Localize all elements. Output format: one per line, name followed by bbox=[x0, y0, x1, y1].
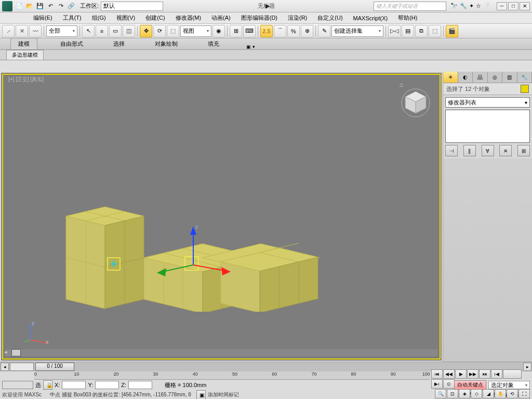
remove-modifier-icon[interactable]: ✕ bbox=[499, 145, 512, 156]
angle-snap-icon[interactable]: ⌒ bbox=[274, 25, 286, 37]
goto-start-icon[interactable]: ⏮ bbox=[431, 369, 443, 379]
menu-help[interactable]: 帮助(H) bbox=[393, 14, 422, 22]
select-link-icon[interactable]: ⟋ bbox=[2, 25, 15, 37]
close-button[interactable]: ✕ bbox=[520, 2, 530, 10]
save-icon[interactable]: 💾 bbox=[35, 2, 45, 11]
ribbon-tab-modeling[interactable]: 建模 bbox=[10, 38, 37, 49]
select-rect-icon[interactable]: ▭ bbox=[109, 25, 122, 37]
lock-selection-icon[interactable]: 🔒 bbox=[43, 380, 52, 390]
select-name-icon[interactable]: ≡ bbox=[96, 25, 108, 37]
selection-filter-dropdown[interactable]: 全部 bbox=[46, 25, 77, 37]
layers-icon[interactable]: ⧉ bbox=[415, 25, 428, 37]
add-marker-label[interactable]: 添加时间标记 bbox=[208, 391, 239, 398]
select-scale-icon[interactable]: ⬚ bbox=[167, 25, 179, 37]
key-next-icon[interactable]: ▶ı bbox=[431, 379, 443, 389]
use-center-icon[interactable]: ◉ bbox=[212, 25, 225, 37]
time-config-icon[interactable]: ⊙ bbox=[443, 379, 455, 389]
zoom-icon[interactable]: 🔍 bbox=[435, 389, 446, 398]
modifier-list-dropdown[interactable]: 修改器列表 bbox=[445, 97, 530, 108]
pin-stack-icon[interactable]: ⊣ bbox=[445, 145, 458, 156]
undo-icon[interactable]: ↶ bbox=[46, 2, 55, 11]
tab-utilities-icon[interactable]: 🔧 bbox=[517, 72, 533, 83]
menu-rendering[interactable]: 渲染(R) bbox=[283, 14, 312, 22]
ribbon-tab-freeform[interactable]: 自由形式 bbox=[53, 38, 90, 49]
workspace-dropdown[interactable]: 默认 bbox=[101, 2, 163, 11]
redo-icon[interactable]: ↷ bbox=[56, 2, 65, 11]
menu-customize[interactable]: 自定义(U) bbox=[312, 14, 348, 22]
goto-end-icon[interactable]: ⏭ bbox=[479, 369, 490, 379]
zoom-all-icon[interactable]: ⊡ bbox=[447, 389, 458, 398]
viewport[interactable]: [+] [正交] [真实] ⌂ bbox=[1, 73, 442, 361]
zoom-extents-icon[interactable]: ◈ bbox=[459, 389, 470, 398]
viewcube[interactable] bbox=[400, 87, 431, 118]
render-setup-icon[interactable]: 🎬 bbox=[446, 25, 458, 37]
manipulate-icon[interactable]: ⊞ bbox=[230, 25, 242, 37]
x-coord-input[interactable] bbox=[62, 381, 86, 389]
menu-tools[interactable]: 工具(T) bbox=[58, 14, 87, 22]
ref-coord-dropdown[interactable]: 视图 bbox=[180, 25, 211, 37]
window-crossing-icon[interactable]: ◫ bbox=[123, 25, 135, 37]
slider-handle[interactable] bbox=[11, 349, 21, 356]
viewport-slider[interactable]: ◂ bbox=[5, 349, 437, 356]
key-icon[interactable]: 🔧 bbox=[460, 3, 467, 9]
open-icon[interactable]: 📂 bbox=[25, 2, 34, 11]
select-object-icon[interactable]: ↖ bbox=[82, 25, 95, 37]
star-icon[interactable]: ✦ bbox=[469, 3, 474, 9]
snap-toggle-icon[interactable]: 2.5 bbox=[260, 25, 273, 37]
ribbon-expand-icon[interactable]: ▣ ▾ bbox=[246, 44, 255, 49]
prev-frame-icon[interactable]: ◀◀ bbox=[443, 369, 455, 379]
color-swatch[interactable] bbox=[521, 85, 529, 93]
unlink-icon[interactable]: ⤫ bbox=[16, 25, 28, 37]
modifier-stack[interactable] bbox=[445, 110, 530, 143]
time-tag-icon[interactable]: ▣ bbox=[196, 390, 206, 399]
y-coord-input[interactable] bbox=[95, 381, 119, 389]
select-rotate-icon[interactable]: ⟳ bbox=[153, 25, 166, 37]
search-input[interactable]: 键入关键字或短语 bbox=[374, 2, 446, 11]
menu-view[interactable]: 视图(V) bbox=[111, 14, 141, 22]
curve-editor-icon[interactable]: ⬚ bbox=[429, 25, 441, 37]
time-prev-icon[interactable]: ◂ bbox=[1, 363, 9, 371]
key-prev-icon[interactable]: ı◀ bbox=[491, 369, 502, 379]
tab-motion-icon[interactable]: ◎ bbox=[488, 72, 503, 83]
new-icon[interactable]: 📄 bbox=[15, 2, 24, 11]
minimize-button[interactable]: ─ bbox=[497, 2, 507, 10]
play-icon[interactable]: ▶ bbox=[455, 369, 467, 379]
ribbon-tab-selection[interactable]: 选择 bbox=[106, 38, 132, 49]
viewport-label[interactable]: [+] [正交] [真实] bbox=[8, 76, 44, 83]
pan-icon[interactable]: ✋ bbox=[495, 389, 506, 398]
favorite-icon[interactable]: ☆ bbox=[476, 3, 481, 9]
orbit-icon[interactable]: ⟲ bbox=[507, 389, 518, 398]
fov-icon[interactable]: ◢ bbox=[483, 389, 494, 398]
menu-modifiers[interactable]: 修改器(M) bbox=[170, 14, 207, 22]
zoom-extents-all-icon[interactable]: ◇ bbox=[471, 389, 482, 398]
ribbon-tab-object-paint[interactable]: 对象绘制 bbox=[148, 38, 185, 49]
maximize-button[interactable]: □ bbox=[508, 2, 518, 10]
named-selection-dropdown[interactable]: 创建选择集 bbox=[331, 25, 383, 37]
max-toggle-icon[interactable]: ⛶ bbox=[518, 389, 530, 398]
menu-maxscript[interactable]: MAXScript(X) bbox=[348, 15, 393, 21]
align-icon[interactable]: ▤ bbox=[402, 25, 414, 37]
keyboard-shortcut-icon[interactable]: ⌨ bbox=[243, 25, 256, 37]
binoculars-icon[interactable]: 🔭 bbox=[450, 3, 458, 9]
bind-icon[interactable]: 〰 bbox=[29, 25, 42, 37]
link-icon[interactable]: 🔗 bbox=[66, 2, 76, 11]
edit-selection-set-icon[interactable]: ✎ bbox=[318, 25, 330, 37]
ribbon-tab-populate[interactable]: 填充 bbox=[201, 38, 227, 49]
app-icon[interactable] bbox=[2, 1, 12, 11]
make-unique-icon[interactable]: ∀ bbox=[482, 145, 494, 156]
menu-create[interactable]: 创建(C) bbox=[140, 14, 170, 22]
tab-display-icon[interactable]: ▥ bbox=[502, 72, 517, 83]
z-coord-input[interactable] bbox=[128, 381, 152, 389]
help-icon[interactable]: ❔ bbox=[483, 3, 490, 9]
subtab-poly-modeling[interactable]: 多边形建模 bbox=[6, 50, 44, 60]
tab-hierarchy-icon[interactable]: 品 bbox=[473, 72, 488, 83]
configure-sets-icon[interactable]: ⊞ bbox=[517, 145, 530, 156]
time-ruler[interactable]: 0 10 20 30 40 50 60 70 80 90 100 bbox=[34, 371, 430, 380]
select-move-icon[interactable]: ✥ bbox=[140, 25, 152, 37]
current-frame-input[interactable] bbox=[503, 369, 522, 379]
tab-create-icon[interactable]: ✳ bbox=[443, 72, 458, 83]
spinner-snap-icon[interactable]: ⊕ bbox=[301, 25, 313, 37]
menu-edit[interactable]: 编辑(E) bbox=[28, 14, 58, 22]
menu-graph-editors[interactable]: 图形编辑器(D) bbox=[236, 14, 283, 22]
show-end-result-icon[interactable]: ∥ bbox=[463, 145, 476, 156]
